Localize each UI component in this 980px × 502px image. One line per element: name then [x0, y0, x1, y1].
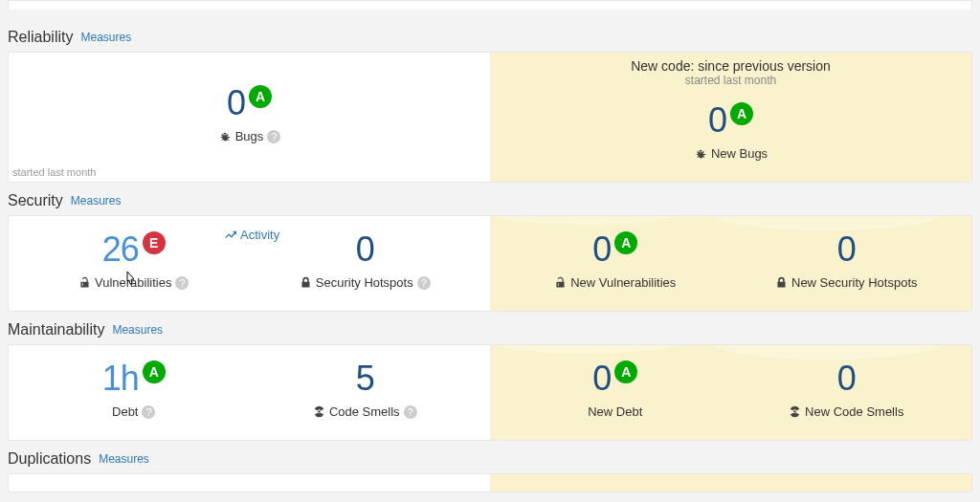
- new-code-subtitle: started last month: [500, 74, 962, 87]
- hotspots-cell: 0 Security Hotspots ?: [250, 229, 481, 290]
- svg-point-1: [793, 410, 795, 412]
- new-code-banner: New code: since previous version started…: [500, 53, 962, 95]
- new-hotspots-label: New Security Hotspots: [791, 275, 918, 290]
- bugs-cell: 0 A Bugs ?: [18, 66, 480, 161]
- new-codesmells-value[interactable]: 0: [837, 359, 856, 399]
- vulnerabilities-value[interactable]: 26: [102, 229, 139, 270]
- new-bugs-label: New Bugs: [711, 146, 768, 161]
- help-icon[interactable]: ?: [417, 276, 431, 290]
- hotspots-value[interactable]: 0: [356, 229, 374, 270]
- new-bugs-value[interactable]: 0: [708, 100, 726, 141]
- section-title: Maintainability: [8, 321, 104, 338]
- reliability-panel: 0 A Bugs ? started last month New code: …: [8, 52, 972, 183]
- help-icon[interactable]: ?: [142, 405, 155, 419]
- new-bugs-cell: 0 A New Bugs: [500, 95, 962, 161]
- lock-icon: [300, 276, 312, 289]
- new-vulnerabilities-label: New Vulnerabilities: [570, 275, 676, 290]
- pointer-cursor-icon: [122, 270, 139, 295]
- codesmells-value[interactable]: 5: [356, 359, 374, 399]
- started-note: started last month: [12, 166, 96, 178]
- lock-open-icon: [554, 276, 567, 289]
- previous-panel-bottom: [8, 0, 972, 10]
- help-icon[interactable]: ?: [175, 276, 189, 290]
- bug-icon: [218, 130, 232, 143]
- section-header-maintainability: Maintainability Measures: [8, 312, 972, 344]
- measures-link[interactable]: Measures: [99, 452, 149, 466]
- help-icon[interactable]: ?: [404, 405, 417, 419]
- help-icon[interactable]: ?: [267, 130, 280, 143]
- new-debt-label: New Debt: [588, 404, 642, 419]
- lock-icon: [775, 276, 788, 289]
- reliability-rating-badge: A: [249, 85, 272, 108]
- bug-icon: [694, 147, 707, 161]
- codesmells-label: Code Smells: [329, 404, 400, 419]
- measures-link[interactable]: Measures: [112, 323, 163, 337]
- debt-cell: 1h A Debt ?: [18, 359, 250, 419]
- measures-link[interactable]: Measures: [71, 194, 122, 207]
- security-rating-badge: E: [143, 231, 166, 254]
- codesmells-cell: 5 Code Smells ?: [250, 359, 481, 419]
- new-code-title: New code: since previous version: [500, 58, 962, 74]
- radiation-icon: [789, 405, 801, 418]
- maintainability-panel: 1h A Debt ? 5 Code Smells ?: [8, 344, 972, 441]
- radiation-icon: [313, 405, 325, 418]
- bugs-label: Bugs: [235, 129, 264, 143]
- section-title: Reliability: [8, 29, 73, 46]
- bugs-value[interactable]: 0: [227, 83, 245, 123]
- section-header-duplications: Duplications Measures: [8, 441, 972, 473]
- new-maintainability-rating-badge: A: [614, 360, 637, 383]
- new-debt-value[interactable]: 0: [592, 359, 611, 399]
- measures-link[interactable]: Measures: [80, 31, 131, 44]
- new-vulnerabilities-cell: 0 A New Vulnerabilities: [500, 229, 731, 290]
- new-hotspots-cell: 0 New Security Hotspots: [731, 229, 963, 290]
- new-security-rating-badge: A: [614, 231, 637, 254]
- section-title: Security: [8, 192, 63, 209]
- new-debt-cell: 0 A New Debt: [500, 359, 731, 419]
- duplications-panel: [8, 473, 972, 492]
- debt-label: Debt: [112, 404, 138, 419]
- new-hotspots-value[interactable]: 0: [837, 229, 856, 270]
- section-header-reliability: Reliability Measures: [8, 19, 972, 52]
- maintainability-rating-badge: A: [143, 360, 166, 383]
- vulnerabilities-cell: 26 E Vulnerabilities ?: [18, 229, 250, 290]
- section-title: Duplications: [8, 450, 91, 468]
- security-panel: Activity 26 E Vulnerabilities ?: [8, 215, 972, 312]
- svg-point-0: [318, 410, 320, 412]
- new-codesmells-cell: 0 New Code Smells: [731, 359, 963, 419]
- section-header-security: Security Measures: [8, 183, 972, 215]
- lock-open-icon: [78, 276, 91, 289]
- new-codesmells-label: New Code Smells: [805, 404, 903, 419]
- new-vulnerabilities-value[interactable]: 0: [592, 229, 611, 270]
- new-reliability-rating-badge: A: [730, 102, 753, 125]
- debt-value[interactable]: 1h: [102, 359, 139, 399]
- hotspots-label: Security Hotspots: [316, 275, 413, 290]
